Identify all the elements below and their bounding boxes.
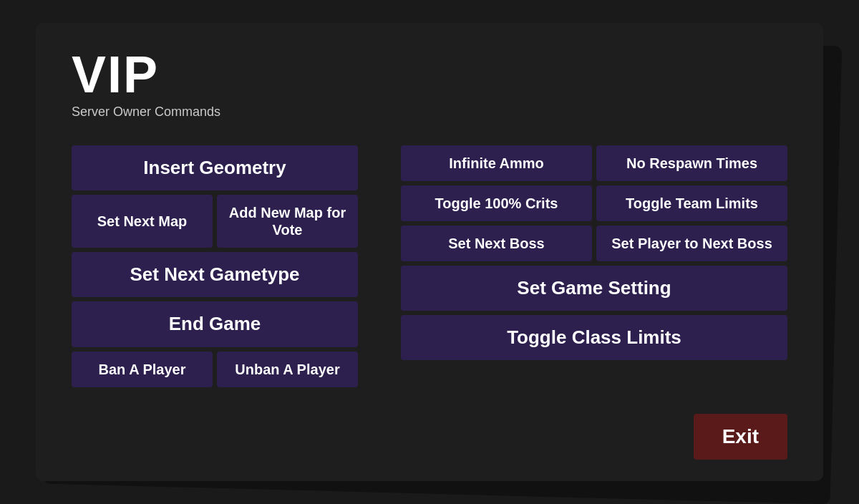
insert-geometry-button[interactable]: Insert Geometry <box>72 145 358 190</box>
map-row: Set Next Map Add New Map for Vote <box>72 195 358 248</box>
infinite-ammo-button[interactable]: Infinite Ammo <box>401 145 592 181</box>
end-game-button[interactable]: End Game <box>72 301 358 346</box>
crits-limits-row: Toggle 100% Crits Toggle Team Limits <box>401 185 787 221</box>
set-game-setting-button[interactable]: Set Game Setting <box>401 266 787 311</box>
boss-row: Set Next Boss Set Player to Next Boss <box>401 226 787 261</box>
ammo-respawn-row: Infinite Ammo No Respawn Times <box>401 145 787 181</box>
subtitle: Server Owner Commands <box>72 105 787 120</box>
no-respawn-times-button[interactable]: No Respawn Times <box>596 145 787 181</box>
toggle-class-limits-button[interactable]: Toggle Class Limits <box>401 315 787 360</box>
unban-a-player-button[interactable]: Unban A Player <box>217 352 358 387</box>
title: VIP <box>72 49 787 100</box>
set-next-map-button[interactable]: Set Next Map <box>72 195 213 248</box>
right-panel: Infinite Ammo No Respawn Times Toggle 10… <box>401 145 787 387</box>
set-player-to-next-boss-button[interactable]: Set Player to Next Boss <box>596 226 787 261</box>
left-panel: Insert Geometry Set Next Map Add New Map… <box>72 145 358 387</box>
add-new-map-button[interactable]: Add New Map for Vote <box>217 195 358 248</box>
ban-row: Ban A Player Unban A Player <box>72 352 358 387</box>
exit-button[interactable]: Exit <box>694 414 787 460</box>
content-area: Insert Geometry Set Next Map Add New Map… <box>72 145 787 387</box>
set-next-gametype-button[interactable]: Set Next Gametype <box>72 252 358 297</box>
main-card: VIP Server Owner Commands Insert Geometr… <box>36 23 823 481</box>
set-next-boss-button[interactable]: Set Next Boss <box>401 226 592 261</box>
ban-a-player-button[interactable]: Ban A Player <box>72 352 213 387</box>
toggle-team-limits-button[interactable]: Toggle Team Limits <box>596 185 787 221</box>
toggle-100-crits-button[interactable]: Toggle 100% Crits <box>401 185 592 221</box>
